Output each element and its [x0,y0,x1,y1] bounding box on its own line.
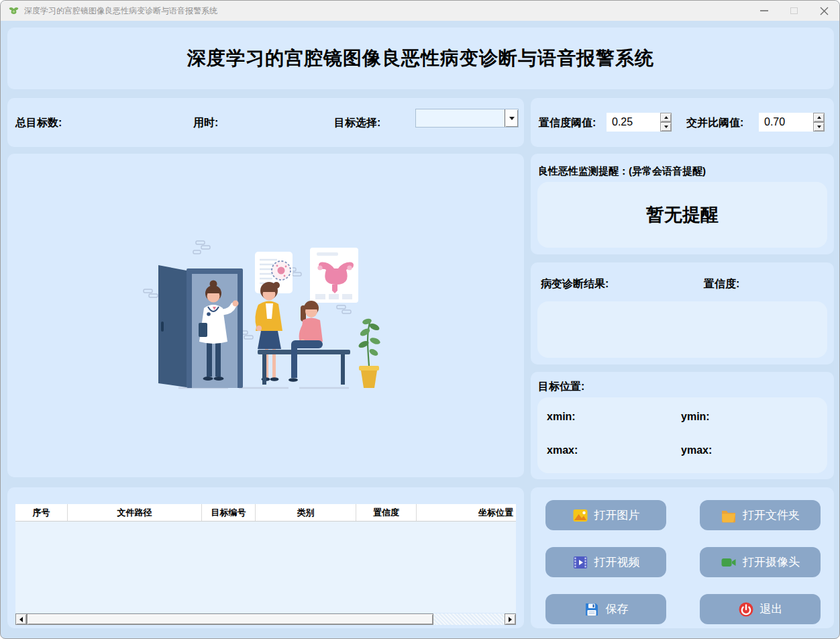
table-header-cell-target-id[interactable]: 目标编号 [202,504,256,521]
iou-threshold-spinbox [759,113,825,132]
scroll-right-icon [509,617,512,622]
xmin-label: xmin: [547,411,576,423]
horizontal-scrollbar[interactable] [15,613,516,625]
folder-icon [721,507,737,524]
exit-label: 退出 [760,601,783,617]
ymin-label: ymin: [681,411,710,423]
actions-panel: 打开图片 打开文件夹 打开视频 [531,487,834,628]
position-title: 目标位置: [538,380,584,394]
total-targets-label: 总目标数: [15,116,62,130]
open-image-button[interactable]: 打开图片 [545,500,666,530]
close-button[interactable] [809,1,839,21]
maximize-button[interactable] [779,1,809,21]
time-used-label: 用时: [193,116,218,130]
clinic-illustration [132,232,400,399]
image-icon [572,507,588,524]
xmax-label: xmax: [547,444,578,456]
table-header-cell-category[interactable]: 类别 [256,504,356,521]
window-controls [749,1,839,21]
titlebar: 深度学习的宫腔镜图像良恶性病变诊断与语音报警系统 [1,1,839,21]
open-video-label: 打开视频 [594,554,640,570]
video-camera-icon [721,554,737,571]
open-video-button[interactable]: 打开视频 [545,547,666,577]
app-icon [8,5,19,17]
open-camera-label: 打开摄像头 [743,554,800,570]
target-select[interactable] [415,109,519,128]
position-box: xmin: ymin: xmax: ymax: [537,397,827,473]
confidence-spin-down-button[interactable] [660,122,672,132]
confidence-threshold-label: 置信度阈值: [539,116,596,130]
open-image-label: 打开图片 [594,507,640,523]
table-header-cell-index[interactable]: 序号 [15,504,68,521]
window-title: 深度学习的宫腔镜图像良恶性病变诊断与语音报警系统 [24,5,217,17]
ymax-label: ymax: [681,444,712,456]
confidence-threshold-spinbox [607,113,672,132]
scrollbar-thumb[interactable] [27,613,433,625]
target-select-value [416,109,505,127]
chevron-down-icon[interactable] [505,109,518,127]
header-panel: 深度学习的宫腔镜图像良恶性病变诊断与语音报警系统 [7,28,834,89]
open-camera-button[interactable]: 打开摄像头 [700,547,821,577]
diagnosis-result-label: 病变诊断结果: [541,277,609,291]
table-body [15,522,516,613]
image-display-panel [7,154,524,477]
open-folder-button[interactable]: 打开文件夹 [700,500,821,530]
results-table-panel: 序号 文件路径 目标编号 类别 置信度 坐标位置 [7,487,524,628]
table-header-cell-position[interactable]: 坐标位置 [417,504,516,521]
iou-threshold-label: 交并比阈值: [686,116,743,130]
iou-spin-down-button[interactable] [813,122,825,132]
confidence-spin-up-button[interactable] [660,113,672,122]
alert-message-box: 暂无提醒 [537,182,827,248]
alert-title: 良性恶性监测提醒：(异常会语音提醒) [538,165,706,178]
alert-panel: 良性恶性监测提醒：(异常会语音提醒) 暂无提醒 [531,154,834,254]
table-header-cell-filepath[interactable]: 文件路径 [68,504,202,521]
scroll-left-icon [19,617,23,622]
open-folder-label: 打开文件夹 [743,507,800,523]
minimize-icon [760,10,768,11]
exit-button[interactable]: 退出 [700,594,821,624]
diagnosis-panel: 病变诊断结果: 置信度: [531,262,834,364]
power-icon [738,601,754,618]
scroll-left-button[interactable] [15,613,27,625]
table-header-cell-confidence[interactable]: 置信度 [356,504,417,521]
iou-spin-up-button[interactable] [813,113,825,122]
position-panel: 目标位置: xmin: ymin: xmax: ymax: [531,372,834,479]
target-select-label: 目标选择: [334,116,380,130]
iou-threshold-input[interactable] [759,113,813,132]
diagnosis-confidence-label: 置信度: [704,277,739,291]
page-title: 深度学习的宫腔镜图像良恶性病变诊断与语音报警系统 [187,46,654,71]
floppy-icon [584,601,600,618]
alert-message: 暂无提醒 [646,203,719,227]
thresholds-panel: 置信度阈值: 交并比阈值: [531,98,834,147]
app-window: 深度学习的宫腔镜图像良恶性病变诊断与语音报警系统 深度学习的宫腔镜图像良恶性病变… [0,0,840,639]
stats-panel: 总目标数: 用时: 目标选择: [7,98,524,147]
minimize-button[interactable] [749,1,779,21]
film-play-icon [572,554,588,571]
diagnosis-result-box [537,301,827,358]
scroll-right-button[interactable] [505,613,516,625]
close-icon [820,7,829,15]
maximize-icon [790,7,798,14]
confidence-threshold-input[interactable] [607,113,660,132]
save-button[interactable]: 保存 [545,594,666,624]
save-label: 保存 [606,601,629,617]
table-header: 序号 文件路径 目标编号 类别 置信度 坐标位置 [15,504,516,522]
